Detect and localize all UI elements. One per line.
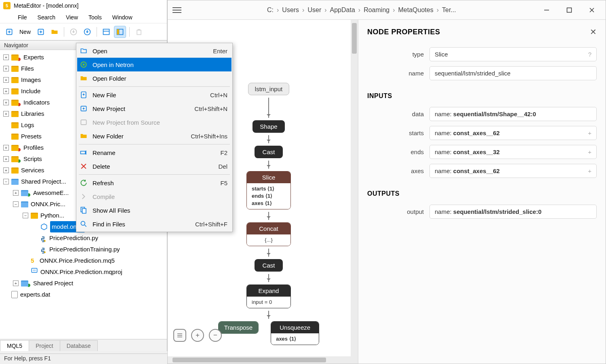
crumb[interactable]: C: — [267, 6, 274, 14]
node-slice[interactable]: Slice starts ⟨1⟩ ends ⟨1⟩ axes ⟨1⟩ — [246, 171, 291, 209]
download-all-icon[interactable] — [81, 26, 93, 38]
cm-open-in-netron[interactable]: Open in Netron — [77, 58, 231, 71]
node-body: axes ⟨1⟩ — [276, 336, 296, 342]
tab-database[interactable]: Database — [60, 340, 98, 351]
crumb[interactable]: User — [307, 6, 321, 14]
node-lstm-input[interactable]: lstm_input — [248, 83, 289, 95]
tree-label: Profiles — [23, 142, 44, 153]
crumb[interactable]: Roaming — [364, 6, 389, 14]
crumb[interactable]: Ter... — [442, 6, 456, 14]
new-folder-icon — [79, 131, 88, 141]
svg-rect-18 — [33, 270, 36, 272]
open-folder-icon[interactable] — [48, 26, 61, 38]
tab-project[interactable]: Project — [29, 340, 60, 351]
svg-point-15 — [44, 240, 46, 242]
tree-label: PricePrediction.py — [49, 232, 98, 244]
side-panel-icon[interactable] — [114, 26, 126, 38]
menu-view[interactable]: View — [61, 13, 83, 22]
tree-label: AwesomeE... — [33, 187, 69, 199]
tree-item-mqproj[interactable]: ONNX.Price.Prediction.mqproj — [1, 266, 166, 278]
prop-name-label: name — [367, 70, 424, 77]
tree-item-price-py[interactable]: PricePrediction.py — [1, 232, 166, 244]
tree-label: Python... — [40, 210, 64, 221]
tree-label: Images — [21, 74, 41, 86]
cm-open-folder[interactable]: Open Folder — [77, 71, 231, 85]
node-concat[interactable]: Concat {...} — [246, 222, 291, 246]
tree-item-shared-project[interactable]: +Shared Project — [1, 278, 166, 289]
crumb[interactable]: MetaQuotes — [398, 6, 433, 14]
menu-search[interactable]: Search — [33, 13, 60, 22]
node-transpose[interactable]: Transpose — [218, 321, 259, 334]
menu-file[interactable]: File — [13, 13, 32, 22]
graph-vertical-scrollbar[interactable] — [351, 20, 358, 356]
tree-item-experts-dat[interactable]: experts.dat — [1, 289, 166, 300]
cm-new-folder[interactable]: New Folder Ctrl+Shift+Ins — [77, 129, 231, 143]
zoom-out-icon[interactable]: − — [209, 329, 222, 342]
prop-starts-value[interactable]: name: const_axes__62+ — [429, 126, 597, 140]
zoom-in-icon[interactable]: + — [191, 329, 204, 342]
tree-label: Shared Project — [33, 278, 73, 289]
netron-icon — [79, 60, 88, 69]
svg-line-35 — [85, 225, 86, 227]
fit-view-icon[interactable] — [173, 329, 186, 342]
cm-find[interactable]: Find in Files Ctrl+Shift+F — [77, 217, 231, 231]
cm-separator — [79, 174, 230, 175]
menu-window[interactable]: Window — [107, 13, 137, 22]
node-expand[interactable]: Expand input = 0 — [246, 285, 291, 308]
cm-refresh[interactable]: Refresh F5 — [77, 176, 231, 190]
cm-new-file[interactable]: New File Ctrl+N — [77, 88, 231, 102]
node-header: Concat — [247, 223, 290, 234]
tree-label: ONNX.Pric... — [31, 199, 65, 210]
new-project-source-icon — [79, 117, 88, 127]
tree-label: Files — [21, 63, 34, 74]
new-button-label[interactable]: New — [17, 29, 33, 35]
tree-item-mq5[interactable]: 5 ONNX.Price.Prediction.mq5 — [1, 255, 166, 266]
cm-separator — [79, 86, 230, 87]
minimize-button[interactable] — [538, 4, 556, 16]
node-cast[interactable]: Cast — [255, 146, 283, 158]
crumb[interactable]: AppData — [330, 6, 355, 14]
python-icon — [40, 246, 47, 253]
cm-rename[interactable]: Rename F2 — [77, 146, 231, 159]
cm-delete[interactable]: Delete Del — [77, 159, 231, 173]
cm-new-project-src: New Project from Source — [77, 115, 231, 129]
toolbar-separator — [97, 27, 97, 37]
close-button[interactable] — [583, 4, 601, 16]
crumb[interactable]: Users — [282, 6, 299, 14]
cm-open[interactable]: Open Enter — [77, 44, 231, 58]
prop-name-value[interactable]: sequential/lstm/strided_slice — [429, 66, 597, 80]
menu-tools[interactable]: Tools — [84, 13, 107, 22]
new-doc-plus-icon[interactable] — [3, 26, 15, 38]
close-props-icon[interactable]: ✕ — [590, 27, 597, 37]
graph-horizontal-scrollbar[interactable] — [168, 356, 358, 364]
mq5-icon: 5 — [31, 255, 37, 266]
toolbar: New — [0, 23, 167, 40]
node-shape[interactable]: Shape — [253, 120, 284, 133]
show-all-icon — [79, 205, 88, 215]
prop-type-value[interactable]: Slice? — [429, 47, 597, 61]
navigator-bottom-tabs: MQL5 Project Database — [0, 339, 167, 351]
node-unsqueeze[interactable]: Unsqueeze axes ⟨1⟩ — [271, 321, 319, 345]
titlebar: 5 MetaEditor - [model.onnx] — [0, 0, 167, 11]
cm-separator — [79, 144, 230, 144]
maximize-button[interactable] — [560, 4, 578, 16]
prop-ends-value[interactable]: name: const_axes__32+ — [429, 145, 597, 159]
tree-item-price-train-py[interactable]: PricePredictionTraining.py — [1, 244, 166, 255]
prop-output-value[interactable]: name: sequential/lstm/strided_slice:0 — [429, 205, 597, 219]
trash-icon[interactable] — [133, 26, 145, 38]
node-cast2[interactable]: Cast — [255, 259, 283, 272]
compile-icon — [79, 192, 88, 201]
new-file-icon — [79, 90, 88, 100]
cm-new-project[interactable]: New Project Ctrl+Shift+N — [77, 102, 231, 115]
tab-mql5[interactable]: MQL5 — [0, 340, 29, 351]
edge — [268, 249, 269, 257]
layout-icon[interactable] — [100, 26, 112, 38]
prop-data-value[interactable]: name: sequential/lstm/Shape__42:0 — [429, 107, 597, 121]
svg-rect-37 — [567, 8, 572, 12]
download-icon[interactable] — [67, 26, 80, 38]
prop-axes-value[interactable]: name: const_axes__62+ — [429, 164, 597, 178]
hamburger-icon[interactable] — [173, 7, 181, 13]
rename-icon — [79, 148, 88, 157]
cm-show-all[interactable]: Show All Files — [77, 203, 231, 217]
new-project-icon[interactable] — [35, 26, 47, 38]
